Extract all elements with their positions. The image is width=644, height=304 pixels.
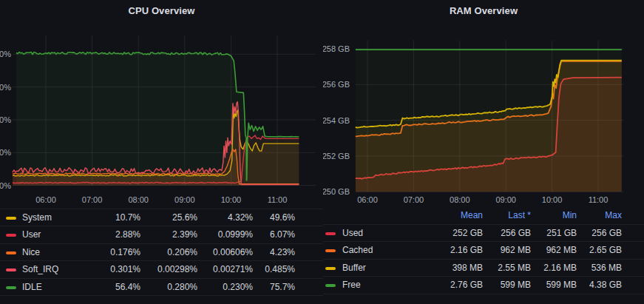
stat-value: 251 GB (525, 228, 577, 238)
stat-value: 4.38 GB (570, 280, 622, 290)
stat-value: 962 MB (525, 245, 577, 255)
stat-value: 6.07% (243, 229, 295, 240)
stat-value: 2.65 GB (570, 245, 622, 255)
series-color-swatch (325, 249, 336, 252)
y-axis-label: 254 GB (323, 116, 350, 125)
x-axis-label: 07:00 (82, 195, 103, 204)
x-axis-label: 09:00 (495, 195, 516, 204)
series-name-label[interactable]: Free (342, 280, 361, 290)
stat-value: 962 MB (479, 245, 531, 255)
cpu-chart[interactable]: 0%0%0%0%0%06:0007:0008:0009:0010:0011:00 (0, 27, 323, 207)
legend-row-used[interactable]: Used252 GB256 GB251 GB256 GB (323, 224, 644, 241)
legend-row-soft_irq[interactable]: Soft_IRQ0.301%0.00298%0.00271%0.485% (0, 260, 323, 277)
y-axis-label: 0% (0, 50, 11, 58)
series-color-swatch (6, 251, 16, 254)
stat-value: 252 GB (431, 228, 483, 238)
stat-value: 4.23% (243, 247, 295, 257)
stat-value: 2.88% (81, 229, 140, 240)
legend-row-buffer[interactable]: Buffer398 MB2.55 MB2.16 MB536 MB (323, 259, 644, 276)
x-axis-label: 08:00 (450, 195, 470, 204)
series-name-label[interactable]: Cached (342, 245, 373, 255)
cpu-panel: CPU Overview 0%0%0%0%0%06:0007:0008:0009… (0, 0, 323, 304)
stat-value: 398 MB (431, 263, 483, 273)
series-color-swatch (325, 284, 336, 287)
stat-value: 2.16 MB (525, 263, 577, 273)
legend-divider (323, 294, 644, 294)
cpu-panel-title: CPU Overview (0, 5, 323, 16)
cpu-legend-table: System10.7%25.6%4.32%49.6%User2.88%2.39%… (0, 209, 323, 295)
stat-value: 0.176% (81, 247, 140, 257)
x-axis-label: 06:00 (357, 195, 378, 204)
y-axis-label: 0% (0, 148, 11, 157)
series-color-swatch (325, 232, 336, 235)
x-axis-label: 11:00 (589, 195, 609, 204)
stat-value: 25.6% (146, 212, 197, 223)
legend-row-cached[interactable]: Cached2.16 GB962 MB962 MB2.65 GB (323, 241, 644, 258)
legend-row-user[interactable]: User2.88%2.39%0.0999%6.07% (0, 226, 323, 243)
legend-row-system[interactable]: System10.7%25.6%4.32%49.6% (0, 209, 323, 226)
legend-row-nice[interactable]: Nice0.176%0.206%0.00606%4.23% (0, 243, 323, 260)
series-name-label[interactable]: Buffer (342, 263, 366, 273)
stat-value: 0.206% (146, 247, 197, 257)
x-axis-label: 09:00 (174, 195, 195, 204)
stat-value: 599 MB (525, 280, 577, 290)
series-color-swatch (6, 217, 16, 220)
x-axis-label: 08:00 (128, 195, 149, 204)
x-axis-label: 07:00 (404, 195, 424, 204)
stat-value: 0.301% (81, 264, 140, 274)
stat-value: 0.00298% (146, 264, 197, 274)
series-name-label[interactable]: Nice (22, 247, 40, 257)
stat-value: 0.280% (146, 282, 197, 292)
y-axis-label: 0% (0, 115, 11, 124)
series-name-label[interactable]: Soft_IRQ (22, 264, 58, 274)
stat-value: 56.4% (81, 282, 140, 292)
legend-column-header-mean[interactable]: Mean (431, 210, 483, 220)
x-axis-label: 11:00 (268, 195, 288, 204)
ram-panel: RAM Overview 258 GB256 GB254 GB252 GB250… (323, 0, 644, 304)
legend-row-free[interactable]: Free2.76 GB599 MB599 MB4.38 GB (323, 276, 644, 293)
stat-value: 2.16 GB (431, 245, 483, 255)
x-axis-label: 10:00 (221, 195, 242, 204)
series-fill-idle (16, 52, 299, 185)
y-axis-label: 258 GB (323, 44, 350, 53)
stat-value: 2.76 GB (431, 280, 483, 290)
legend-divider (0, 295, 323, 296)
series-name-label[interactable]: Used (342, 228, 363, 238)
stat-value: 256 GB (570, 228, 622, 238)
stat-value: 75.7% (243, 282, 295, 292)
stat-value: 599 MB (479, 280, 531, 290)
ram-legend-header-row: MeanLast *MinMax (323, 207, 644, 225)
y-axis-label: 252 GB (323, 152, 350, 161)
dashboard: CPU Overview 0%0%0%0%0%06:0007:0008:0009… (0, 0, 644, 304)
stat-value: 49.6% (243, 212, 295, 223)
legend-column-header-min[interactable]: Min (525, 210, 577, 220)
x-axis-label: 10:00 (542, 195, 563, 204)
series-name-label[interactable]: System (22, 212, 52, 223)
y-axis-label: 250 GB (323, 187, 350, 196)
ram-chart[interactable]: 258 GB256 GB254 GB252 GB250 GB06:0007:00… (323, 27, 644, 207)
x-axis-label: 06:00 (35, 195, 56, 204)
series-fill-free (356, 50, 622, 192)
legend-row-idle[interactable]: IDLE56.4%0.280%0.230%75.7% (0, 278, 323, 295)
ram-legend-table: Used252 GB256 GB251 GB256 GBCached2.16 G… (323, 224, 644, 294)
stat-value: 256 GB (479, 228, 531, 238)
y-axis-label: 256 GB (323, 80, 350, 89)
series-name-label[interactable]: IDLE (22, 282, 42, 292)
y-axis-label: 0% (0, 181, 11, 190)
stat-value: 2.55 MB (479, 263, 531, 273)
series-color-swatch (6, 286, 16, 289)
stat-value: 536 MB (570, 263, 622, 273)
series-name-label[interactable]: User (22, 229, 41, 240)
stat-value: 0.485% (243, 264, 295, 274)
stat-value: 10.7% (81, 212, 140, 223)
y-axis-label: 0% (0, 83, 11, 92)
series-color-swatch (6, 268, 16, 271)
legend-column-header-max[interactable]: Max (570, 210, 622, 220)
ram-panel-title: RAM Overview (323, 5, 644, 16)
legend-column-header-last[interactable]: Last * (479, 210, 531, 220)
series-color-swatch (6, 234, 16, 237)
stat-value: 2.39% (146, 229, 197, 240)
series-color-swatch (325, 267, 336, 270)
